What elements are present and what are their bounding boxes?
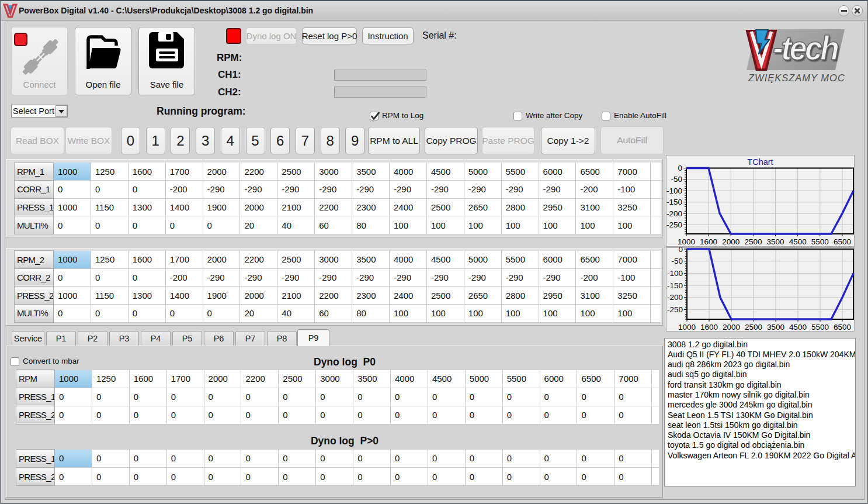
svg-text:3500: 3500 xyxy=(766,237,784,246)
svg-text:4500: 4500 xyxy=(789,323,807,332)
svg-text:6500: 6500 xyxy=(834,237,851,246)
svg-text:-100: -100 xyxy=(667,269,683,278)
svg-text:0: 0 xyxy=(678,164,682,172)
svg-text:-200: -200 xyxy=(667,293,683,302)
svg-text:2000: 2000 xyxy=(722,237,739,246)
svg-text:-250: -250 xyxy=(666,220,682,229)
svg-text:-100: -100 xyxy=(666,187,682,195)
svg-text:-250: -250 xyxy=(667,305,683,314)
svg-text:2500: 2500 xyxy=(744,237,762,246)
svg-text:2000: 2000 xyxy=(723,323,740,332)
svg-text:-200: -200 xyxy=(666,209,682,218)
svg-text:0: 0 xyxy=(678,247,683,254)
svg-text:-150: -150 xyxy=(667,281,683,290)
svg-text:1600: 1600 xyxy=(700,237,717,246)
svg-text:4500: 4500 xyxy=(789,237,807,246)
svg-text:-50: -50 xyxy=(671,175,682,184)
svg-text:6500: 6500 xyxy=(834,323,851,332)
svg-text:5500: 5500 xyxy=(811,323,829,332)
svg-text:-50: -50 xyxy=(671,257,683,265)
svg-text:1000: 1000 xyxy=(678,237,695,246)
svg-text:1000: 1000 xyxy=(678,323,696,332)
svg-text:2500: 2500 xyxy=(745,323,762,332)
svg-text:1600: 1600 xyxy=(700,323,718,332)
svg-text:5500: 5500 xyxy=(811,237,829,246)
svg-text:-150: -150 xyxy=(666,198,682,206)
svg-text:3500: 3500 xyxy=(767,323,784,332)
